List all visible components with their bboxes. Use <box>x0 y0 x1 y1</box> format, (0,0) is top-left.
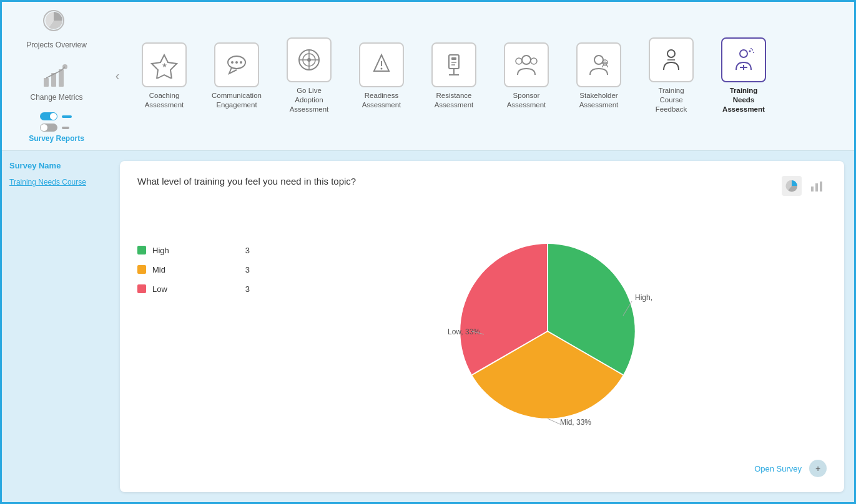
survey-link[interactable]: Training Needs Course <box>9 178 112 187</box>
assessment-item-coaching[interactable]: ★ CoachingAssessment <box>130 42 199 110</box>
zoom-button[interactable]: + <box>809 460 827 477</box>
legend-item-mid: Mid 3 <box>137 265 250 274</box>
chart-footer: Open Survey + <box>137 460 827 477</box>
stakeholder-icon <box>585 51 612 79</box>
chart-header: What level of training you feel you need… <box>137 176 827 196</box>
legend-count-low: 3 <box>237 284 250 294</box>
svg-point-27 <box>531 58 537 64</box>
app-container: Projects Overview Change Metrics <box>2 2 854 502</box>
svg-point-38 <box>749 51 751 52</box>
chart-title: What level of training you feel you need… <box>137 176 356 187</box>
chart-panel: What level of training you feel you need… <box>120 161 844 492</box>
resistance-icon <box>440 51 468 79</box>
legend-count-mid: 3 <box>237 265 250 274</box>
svg-rect-19 <box>449 55 459 69</box>
communication-icon-box <box>214 42 259 87</box>
legend-count-high: 3 <box>237 246 250 255</box>
pie-label-mid: Mid, 33% <box>560 418 591 427</box>
assessment-item-go-live[interactable]: Go LiveAdoptionAssessment <box>275 37 343 114</box>
svg-rect-44 <box>820 182 822 191</box>
resistance-icon-box <box>431 42 476 87</box>
training-needs-icon <box>730 46 757 74</box>
legend-label-low: Low <box>152 284 231 294</box>
legend-label-high: High <box>152 246 231 255</box>
sponsor-icon <box>513 51 540 79</box>
svg-point-40 <box>750 48 752 49</box>
pie-chart-icon <box>785 179 799 193</box>
coaching-label: CoachingAssessment <box>145 91 184 110</box>
svg-point-39 <box>752 49 753 51</box>
training-course-icon-box <box>649 37 694 82</box>
svg-point-8 <box>231 61 234 64</box>
go-live-icon-box <box>287 37 332 82</box>
top-nav: Projects Overview Change Metrics <box>2 2 854 151</box>
sidebar-item-survey-reports[interactable]: Survey Reports <box>29 112 84 144</box>
go-live-label: Go LiveAdoptionAssessment <box>290 86 329 114</box>
legend-item-high: High 3 <box>137 246 250 255</box>
svg-text:★: ★ <box>162 62 167 69</box>
open-survey-link[interactable]: Open Survey <box>754 464 802 473</box>
stakeholder-label: StakeholderAssessment <box>579 91 619 110</box>
survey-reports-label: Survey Reports <box>29 134 84 144</box>
coaching-icon-box: ★ <box>142 42 187 87</box>
svg-point-41 <box>753 52 754 53</box>
svg-rect-42 <box>811 187 814 191</box>
change-metrics-label: Change Metrics <box>30 93 82 103</box>
svg-point-28 <box>594 56 603 64</box>
svg-point-9 <box>235 61 238 64</box>
assessment-item-training-needs[interactable]: TrainingNeedsAssessment <box>709 37 778 114</box>
svg-rect-43 <box>815 183 818 191</box>
communication-label: CommunicationEngagement <box>212 91 262 110</box>
assessment-nav: ★ CoachingAssessment CommunicationEnga <box>130 37 848 114</box>
svg-point-10 <box>240 61 242 64</box>
sidebar-item-change-metrics[interactable]: Change Metrics <box>30 61 82 103</box>
svg-rect-1 <box>44 78 49 87</box>
nav-back-arrow[interactable]: ‹ <box>107 66 127 86</box>
legend-dot-low <box>137 284 146 293</box>
readiness-icon <box>368 51 395 79</box>
survey-reports-toggle-icon <box>40 112 72 132</box>
change-metrics-icon <box>41 61 71 90</box>
assessment-item-resistance[interactable]: ResistanceAssessment <box>420 42 488 110</box>
projects-overview-label: Projects Overview <box>26 41 87 51</box>
bar-view-button[interactable] <box>807 176 827 196</box>
legend-label-mid: Mid <box>152 265 231 274</box>
assessment-item-stakeholder[interactable]: StakeholderAssessment <box>564 42 633 110</box>
svg-point-35 <box>740 50 747 57</box>
bar-chart-icon <box>810 179 824 193</box>
readiness-label: ReadinessAssessment <box>362 91 401 110</box>
left-panel: Survey Name Training Needs Course <box>9 161 112 492</box>
assessment-item-communication[interactable]: CommunicationEngagement <box>202 42 271 110</box>
svg-point-15 <box>307 58 311 62</box>
pie-view-button[interactable] <box>782 176 802 196</box>
pie-label-high: High, 33% <box>635 293 654 302</box>
training-course-icon <box>657 46 685 74</box>
survey-name-header: Survey Name <box>9 161 112 170</box>
svg-point-26 <box>516 58 522 64</box>
left-sidebar: Projects Overview Change Metrics <box>8 8 105 144</box>
legend-item-low: Low 3 <box>137 284 250 294</box>
assessment-item-training-course[interactable]: TrainingCourseFeedback <box>637 37 706 114</box>
svg-line-50 <box>548 419 561 425</box>
pie-container: High, 33% Low, 33% Mid, 33% <box>268 208 827 455</box>
sponsor-label: SponsorAssessment <box>507 91 546 110</box>
training-course-label: TrainingCourseFeedback <box>656 86 687 114</box>
svg-point-33 <box>667 50 675 57</box>
main-content: Survey Name Training Needs Course What l… <box>2 151 854 502</box>
coaching-icon: ★ <box>150 51 178 79</box>
legend-dot-mid <box>137 265 146 274</box>
assessment-item-readiness[interactable]: ReadinessAssessment <box>347 42 416 110</box>
training-needs-label: TrainingNeedsAssessment <box>722 86 765 114</box>
chart-body: High 3 Mid 3 Low 3 <box>137 208 827 455</box>
svg-rect-22 <box>451 57 456 60</box>
sidebar-item-projects-overview[interactable]: Projects Overview <box>26 8 87 51</box>
communication-icon <box>223 51 250 79</box>
resistance-label: ResistanceAssessment <box>435 91 474 110</box>
legend-dot-high <box>137 246 146 254</box>
pie-chart-svg: High, 33% Low, 33% Mid, 33% <box>441 225 654 437</box>
chart-view-icons <box>782 176 827 196</box>
svg-point-25 <box>522 56 531 64</box>
svg-point-18 <box>381 67 383 69</box>
stakeholder-icon-box <box>576 42 621 87</box>
assessment-item-sponsor[interactable]: SponsorAssessment <box>492 42 561 110</box>
